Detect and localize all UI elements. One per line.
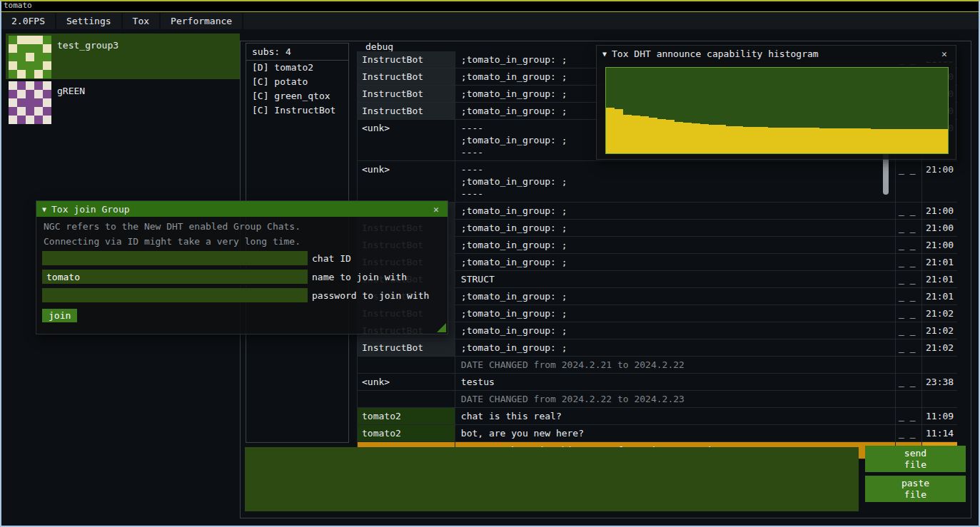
message-text: ;tomato_in_group: ; — [455, 339, 896, 356]
sender-name — [358, 391, 455, 407]
message-text: ;tomato_in_group: ; — [455, 203, 896, 219]
histogram-bar — [896, 129, 905, 153]
message-time: 21:02 — [922, 339, 957, 356]
message-time: 21:00 — [922, 220, 957, 236]
sender-name: InstructBot — [358, 339, 455, 356]
sender-name: tomato2 — [358, 408, 455, 424]
message-text: bot, are you new here? — [455, 425, 896, 441]
close-icon[interactable]: ✕ — [939, 48, 950, 59]
message-time: 21:00 — [922, 203, 957, 219]
histogram-bar — [914, 129, 922, 153]
menu-bar: 2.0FPSSettingsToxPerformance — [1, 13, 979, 29]
histogram-bar — [666, 120, 675, 153]
chat-id-input[interactable] — [42, 251, 308, 265]
histogram-bar — [888, 129, 896, 153]
message-status: _ _ — [896, 305, 922, 322]
message-time: 11:09 — [922, 408, 957, 424]
name-to-join-with-input[interactable] — [42, 270, 308, 284]
message-row: tomato2bot, are you new here?_ _11:14 — [358, 425, 957, 442]
menu-item-tox[interactable]: Tox — [123, 13, 161, 29]
menu-item-performance[interactable]: Performance — [161, 13, 243, 29]
message-time: 21:00 — [922, 161, 957, 202]
histogram-bar — [692, 123, 700, 153]
resize-grip[interactable] — [437, 323, 446, 332]
histogram-bar — [700, 124, 709, 153]
histogram-bar — [777, 128, 785, 153]
histogram-bar — [845, 128, 854, 153]
message-status: _ _ — [896, 425, 922, 441]
password-to-join-with-input[interactable] — [42, 288, 308, 302]
message-text: ;tomato_in_group: ; — [455, 288, 896, 305]
collapse-arrow-icon[interactable]: ▼ — [602, 50, 607, 58]
histogram-bar — [657, 119, 666, 153]
member-list: [D] tomato2[C] potato[C] green_qtox[C] I… — [246, 61, 348, 118]
window-titlebar[interactable]: tomato — [0, 0, 980, 12]
group-item-test-group3[interactable]: test_group3 — [6, 34, 240, 79]
join-window-titlebar[interactable]: ▼ Tox join Group ✕ — [36, 201, 448, 217]
join-fields: chat IDname to join withpassword to join… — [36, 251, 448, 302]
message-text: ;tomato_in_group: ; — [455, 220, 896, 236]
menu-item-settings[interactable]: Settings — [56, 13, 123, 29]
join-field-row: name to join with — [42, 270, 442, 284]
message-status: _ _ — [896, 339, 922, 356]
message-text: ----;tomato_in_group: ;---- — [455, 161, 896, 202]
member-potato[interactable]: [C] potato — [246, 75, 348, 89]
histogram-bar — [871, 129, 879, 153]
histogram-bar — [751, 127, 759, 153]
message-time: 21:00 — [922, 237, 957, 253]
message-row: <unk>testus_ _23:38 — [358, 374, 957, 391]
histogram-bar — [675, 122, 683, 153]
histogram-bar — [794, 128, 802, 153]
message-text: ;tomato_in_group: ; — [455, 305, 896, 322]
histogram-bar — [606, 108, 615, 153]
tab-debug[interactable]: debug — [365, 41, 393, 52]
message-status: _ _ — [896, 322, 922, 339]
paste-file-button[interactable]: paste file — [865, 476, 966, 502]
histogram-bar — [931, 129, 939, 153]
message-status — [896, 391, 922, 407]
histogram-bar — [854, 128, 862, 153]
message-row: tomato2chat is this real?_ _11:09 — [358, 408, 957, 425]
message-text: STRUCT — [455, 271, 896, 287]
member-instructbot[interactable]: [C] InstructBot — [246, 103, 348, 118]
member-tomato2[interactable]: [D] tomato2 — [246, 61, 348, 75]
histogram-bar — [768, 128, 777, 153]
histogram-bar — [709, 125, 717, 153]
histogram-window-titlebar[interactable]: ▼ Tox DHT announce capability histogram … — [597, 46, 956, 61]
histogram-bar — [828, 128, 837, 153]
message-time: 21:01 — [922, 271, 957, 287]
field-label: chat ID — [312, 253, 351, 264]
message-status: _ _ — [896, 161, 922, 202]
member-green-qtox[interactable]: [C] green_qtox — [246, 89, 348, 103]
message-status: _ _ — [896, 254, 922, 270]
histogram-bar — [615, 109, 623, 153]
histogram-bar — [726, 126, 734, 153]
message-status: _ _ — [896, 203, 922, 219]
message-row: <unk>----;tomato_in_group: ;----_ _21:00 — [358, 161, 957, 203]
histogram-bar — [785, 128, 794, 153]
group-name: gREEN — [57, 86, 85, 96]
message-status: _ _ — [896, 374, 922, 390]
field-label: name to join with — [312, 272, 407, 282]
join-hint-line: Connecting via ID might take a very long… — [36, 236, 448, 247]
date-separator-row: DATE CHANGED from 2024.2.21 to 2024.2.22 — [358, 357, 957, 374]
collapse-arrow-icon[interactable]: ▼ — [42, 205, 46, 213]
send-file-button[interactable]: send file — [865, 446, 966, 472]
date-separator-row: DATE CHANGED from 2024.2.22 to 2024.2.23 — [358, 391, 957, 408]
close-icon[interactable]: ✕ — [430, 204, 442, 215]
histogram-bar — [640, 116, 649, 153]
group-item-green[interactable]: gREEN — [6, 79, 240, 125]
message-status: _ _ — [896, 408, 922, 424]
message-text: ;tomato_in_group: ; — [455, 237, 896, 253]
field-label: password to join with — [312, 290, 429, 301]
histogram-bar — [922, 129, 931, 153]
message-status: _ _ — [896, 271, 922, 287]
message-input[interactable] — [245, 447, 859, 511]
sender-name: InstructBot — [358, 51, 455, 68]
join-window-title: Tox join Group — [51, 204, 425, 215]
join-button[interactable]: join — [42, 309, 77, 322]
group-name: test_group3 — [57, 40, 118, 51]
histogram-bar — [837, 128, 845, 153]
message-time: 21:01 — [922, 288, 957, 305]
sender-name: InstructBot — [358, 68, 455, 85]
